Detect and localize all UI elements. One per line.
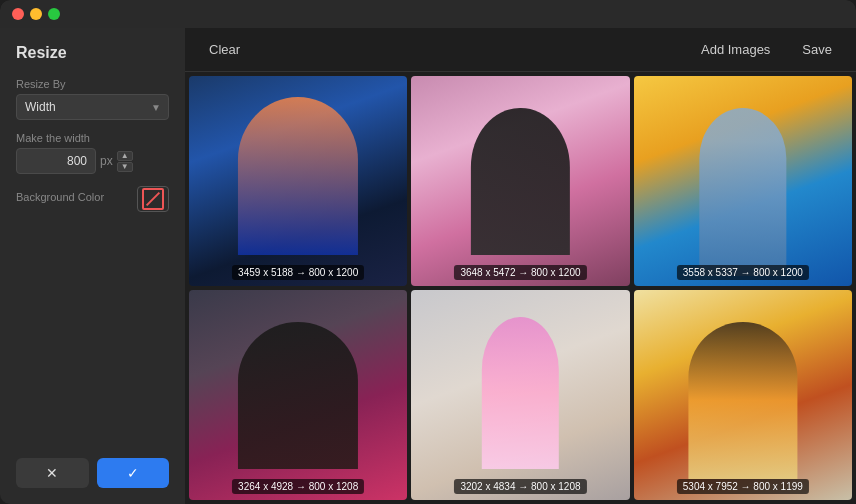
maximize-button[interactable] [48, 8, 60, 20]
resize-by-select-wrapper: Width Height Long Edge Short Edge ▼ [16, 94, 169, 120]
width-input[interactable] [16, 148, 96, 174]
image-cell[interactable]: 3202 x 4834 → 800 x 1208 [411, 290, 629, 500]
resize-by-select[interactable]: Width Height Long Edge Short Edge [16, 94, 169, 120]
image-cell[interactable]: 3648 x 5472 → 800 x 1200 [411, 76, 629, 286]
width-stepper: ▲ ▼ [117, 151, 133, 172]
increment-button[interactable]: ▲ [117, 151, 133, 161]
toolbar: Clear Add Images Save [185, 28, 856, 72]
image-cell[interactable]: 5304 x 7952 → 800 x 1199 [634, 290, 852, 500]
sidebar: Resize Resize By Width Height Long Edge … [0, 28, 185, 504]
image-grid: 3459 x 5188 → 800 x 12003648 x 5472 → 80… [185, 72, 856, 504]
image-label: 3264 x 4928 → 800 x 1208 [232, 479, 364, 494]
image-cell[interactable]: 3459 x 5188 → 800 x 1200 [189, 76, 407, 286]
clear-button[interactable]: Clear [201, 38, 248, 61]
image-cell[interactable]: 3558 x 5337 → 800 x 1200 [634, 76, 852, 286]
image-label: 3202 x 4834 → 800 x 1208 [454, 479, 586, 494]
image-label: 3558 x 5337 → 800 x 1200 [677, 265, 809, 280]
save-button[interactable]: Save [794, 38, 840, 61]
width-input-row: px ▲ ▼ [16, 148, 169, 174]
image-label: 5304 x 7952 → 800 x 1199 [677, 479, 809, 494]
image-cell[interactable]: 3264 x 4928 → 800 x 1208 [189, 290, 407, 500]
sidebar-title: Resize [16, 44, 169, 62]
close-button[interactable] [12, 8, 24, 20]
no-color-icon [142, 188, 164, 210]
add-images-button[interactable]: Add Images [693, 38, 778, 61]
app-body: Resize Resize By Width Height Long Edge … [0, 28, 856, 504]
cancel-icon: ✕ [46, 465, 58, 481]
image-label: 3648 x 5472 → 800 x 1200 [454, 265, 586, 280]
make-width-label: Make the width [16, 132, 169, 144]
image-label: 3459 x 5188 → 800 x 1200 [232, 265, 364, 280]
bg-color-label: Background Color [16, 191, 104, 203]
cancel-button[interactable]: ✕ [16, 458, 89, 488]
titlebar [0, 0, 856, 28]
bg-color-swatch[interactable] [137, 186, 169, 212]
decrement-button[interactable]: ▼ [117, 162, 133, 172]
bg-color-row: Background Color [16, 186, 169, 212]
unit-label: px [100, 154, 113, 168]
minimize-button[interactable] [30, 8, 42, 20]
confirm-button[interactable]: ✓ [97, 458, 170, 488]
resize-by-section: Resize By Width Height Long Edge Short E… [16, 78, 169, 120]
content-area: Clear Add Images Save 3459 x 5188 → 800 … [185, 28, 856, 504]
resize-by-label: Resize By [16, 78, 169, 90]
action-buttons: ✕ ✓ [16, 458, 169, 488]
width-section: Make the width px ▲ ▼ [16, 132, 169, 174]
traffic-lights [12, 8, 60, 20]
confirm-icon: ✓ [127, 465, 139, 481]
